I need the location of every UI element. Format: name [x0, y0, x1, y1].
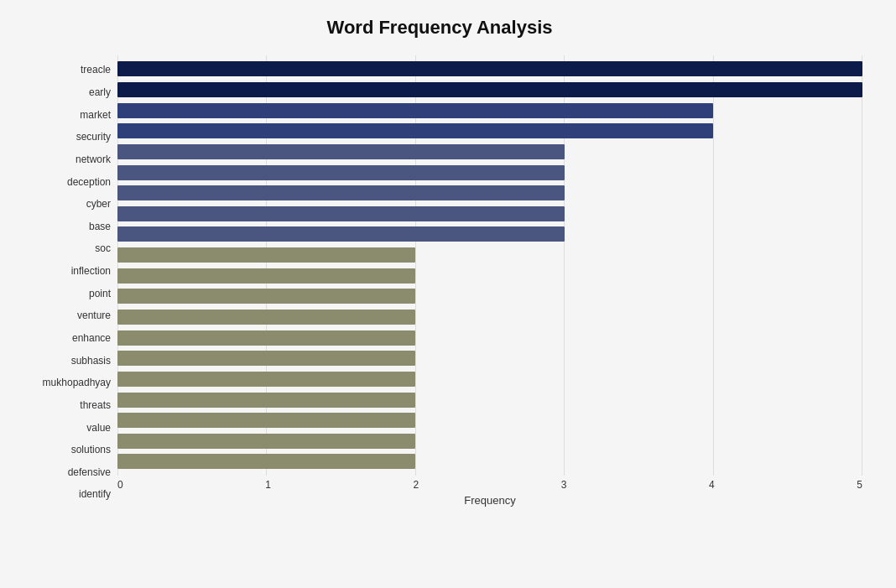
- bar-row: [117, 370, 862, 388]
- bar-row: [117, 164, 862, 182]
- bar: [117, 247, 415, 263]
- y-label: enhance: [72, 328, 111, 348]
- y-label: soc: [95, 238, 111, 258]
- bar-row: [117, 287, 862, 305]
- bar: [117, 310, 415, 325]
- y-label: market: [80, 105, 111, 125]
- bars-area: [117, 55, 862, 476]
- x-tick: 2: [414, 479, 419, 491]
- bar-row: [117, 122, 862, 140]
- bar: [117, 82, 862, 97]
- y-label: value: [86, 418, 111, 438]
- bar: [117, 165, 565, 180]
- y-label: defensive: [68, 462, 111, 482]
- bar-row: [117, 205, 862, 223]
- bar-row: [117, 184, 862, 202]
- y-label: network: [76, 149, 111, 169]
- y-label: mukhopadhyay: [43, 372, 111, 393]
- y-label: threats: [80, 395, 111, 415]
- chart-title: Word Frequency Analysis: [17, 17, 862, 39]
- bars-wrapper: [117, 55, 862, 476]
- bar-row: [117, 60, 862, 78]
- x-axis: 012345 Frequency: [117, 476, 862, 509]
- bar: [117, 206, 565, 221]
- y-label: venture: [77, 305, 111, 325]
- bar: [117, 268, 415, 284]
- bar: [117, 454, 415, 469]
- y-label: inflection: [71, 261, 111, 281]
- chart-container: Word Frequency Analysis treacleearlymark…: [0, 0, 896, 588]
- y-label: deception: [67, 172, 111, 192]
- bar-row: [117, 432, 862, 450]
- bar: [117, 393, 415, 408]
- bar: [117, 144, 565, 159]
- bar: [117, 123, 713, 138]
- bar: [117, 226, 565, 242]
- y-label: base: [89, 216, 111, 237]
- bar: [117, 185, 565, 200]
- x-axis-label: Frequency: [117, 494, 862, 507]
- bar-row: [117, 349, 862, 367]
- y-label: identify: [79, 484, 111, 504]
- x-tick: 1: [265, 479, 271, 491]
- x-tick: 3: [561, 479, 567, 491]
- bar-row: [117, 391, 862, 409]
- bar-row: [117, 246, 862, 264]
- bar: [117, 330, 415, 346]
- chart-area: treacleearlymarketsecuritynetworkdecepti…: [17, 55, 862, 509]
- bar: [117, 351, 415, 366]
- x-tick: 5: [857, 479, 862, 491]
- x-tick: 0: [117, 479, 123, 491]
- bar: [117, 372, 415, 387]
- bar: [117, 413, 415, 428]
- bars-and-x: 012345 Frequency: [117, 55, 862, 509]
- bar-row: [117, 143, 862, 161]
- y-label: subhasis: [71, 351, 111, 371]
- y-label: treacle: [81, 60, 111, 80]
- y-label: early: [89, 82, 111, 102]
- bar: [117, 434, 415, 449]
- bar-row: [117, 101, 862, 120]
- y-label: point: [89, 284, 111, 304]
- bar-row: [117, 411, 862, 429]
- y-axis: treacleearlymarketsecuritynetworkdecepti…: [17, 55, 117, 509]
- bar-row: [117, 308, 862, 326]
- bar: [117, 103, 713, 118]
- bar: [117, 61, 862, 76]
- y-label: solutions: [71, 440, 111, 460]
- bar-row: [117, 267, 862, 285]
- x-ticks: 012345: [117, 476, 862, 491]
- x-tick: 4: [709, 479, 715, 491]
- bar-row: [117, 225, 862, 243]
- bar: [117, 289, 415, 304]
- bar-row: [117, 81, 862, 99]
- y-label: cyber: [86, 194, 111, 214]
- y-label: security: [76, 127, 111, 147]
- bar-row: [117, 329, 862, 347]
- bar-row: [117, 452, 862, 471]
